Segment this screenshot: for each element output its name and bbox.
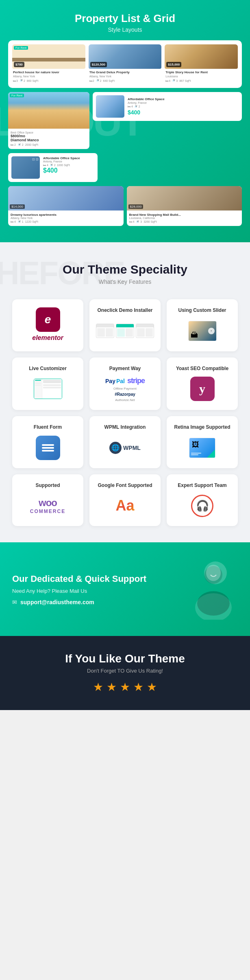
features-grid: e elementor Oneclick Demo Installer: [12, 299, 238, 526]
feature-payment-way: Payment Way PayPal stripe Offline Paymen…: [89, 357, 161, 410]
property-card-2[interactable]: $120,500 The Grand Delux Property Albany…: [89, 44, 162, 84]
demo-box-3: [136, 324, 154, 338]
card-3-meta: 🛏 4 🚿 3 867 SqFt: [165, 79, 237, 82]
mall-card[interactable]: $28,000 Brand New Shopping Mall Build...…: [127, 186, 242, 226]
razorpay-logo: #Razorpay: [115, 392, 135, 397]
woocommerce-logo: woo COMMERCE: [30, 497, 65, 514]
support-email: support@radiustheme.com: [20, 599, 94, 605]
demo-box-1: [96, 324, 114, 338]
elementor-icon-area: e elementor: [18, 307, 77, 342]
property-card-1-image: For Rent $780: [12, 44, 85, 69]
price-badge-3: $15,000: [166, 62, 181, 67]
affordable-office-card[interactable]: ⊡ ⊡ Affordable Office Space Antony, Fran…: [8, 153, 98, 182]
support-content: Our Dedicated & Quick Support Need Any H…: [12, 573, 148, 606]
wpml-icon-area: 🌐 WPML: [96, 436, 154, 460]
hero-section: LAYOUT Property List & Grid Style Layout…: [0, 0, 250, 242]
yoast-icon-area: y: [173, 377, 232, 401]
card-2-meta: 🛏 2 🚿 2 640 SqFt: [89, 79, 161, 82]
woocommerce-icon-area: woo COMMERCE: [18, 493, 77, 518]
envelope-icon: ✉: [12, 599, 17, 605]
retina-title: Retina Image Supported: [173, 424, 232, 431]
stripe-logo: stripe: [127, 377, 145, 385]
payment-icon-area: PayPal stripe Offline Payment #Razorpay …: [96, 377, 154, 402]
headset-icon-circle: 🎧: [191, 495, 213, 517]
woo-commerce-text: COMMERCE: [30, 509, 65, 514]
customizer-preview: [34, 379, 62, 399]
custom-slider-title: Using Custom Slider: [173, 307, 232, 314]
fluent-form-icon-area: [18, 436, 77, 460]
star-1: ★: [93, 680, 103, 694]
feature-woocommerce: Supported woo COMMERCE: [12, 474, 83, 526]
google-font-title: Google Font Supported: [96, 482, 154, 489]
speciality-title: Our Theme Speciality: [12, 263, 238, 276]
speciality-section: HEFORE Our Theme Speciality What's Key F…: [0, 242, 250, 542]
elementor-label: elementor: [32, 334, 63, 342]
speciality-subtitle: What's Key Features: [12, 278, 238, 285]
card-2-title: The Grand Delux Property: [89, 70, 161, 74]
feature-wpml: WPML Integration 🌐 WPML: [89, 416, 161, 468]
retina-icon-area: 🖼: [173, 436, 232, 460]
expert-support-icon-area: 🎧: [173, 493, 232, 518]
hero-title: Property List & Grid: [8, 12, 242, 25]
support-desc: Need Any Help? Please Mail Us: [12, 588, 148, 594]
mall-card-image: $28,000: [127, 186, 242, 210]
image-icon: 🏔: [191, 331, 198, 340]
feature-demo-installer: Oneclick Demo Installer: [89, 299, 161, 351]
hero-subtitle: Style Layouts: [8, 26, 242, 33]
support-person-illustration: [157, 559, 238, 620]
woo-text: woo: [39, 497, 57, 509]
live-customizer-title: Live Customizer: [18, 366, 77, 372]
property-large-card[interactable]: For Rent Best Office Space $800/mo Diamo…: [8, 92, 89, 149]
property-card-2-image: $120,500: [89, 44, 162, 69]
live-customizer-icon-area: [18, 377, 77, 401]
demo-installer-icon-area: [96, 319, 154, 343]
feature-yoast-seo: Yoast SEO Compatible y: [167, 357, 238, 410]
stars-row: ★ ★ ★ ★ ★: [12, 680, 238, 694]
for-rent-badge: For Rent: [14, 46, 28, 50]
custom-slider-icon-area: › 🏔: [173, 319, 232, 343]
feature-custom-slider: Using Custom Slider › 🏔: [167, 299, 238, 351]
feature-expert-support: Expert Support Team 🎧: [167, 474, 238, 526]
large-card-image: For Rent: [8, 92, 89, 129]
card-1-location: Albany, New York: [13, 75, 85, 78]
feature-elementor: e elementor: [12, 299, 83, 351]
wpml-circle: 🌐: [109, 442, 122, 454]
star-4: ★: [133, 680, 143, 694]
demo-box-2: [116, 324, 134, 338]
bottom-2-cards: $14,000 Dreamy luxurious apartments Alba…: [8, 186, 242, 226]
feature-retina: Retina Image Supported 🖼: [167, 416, 238, 468]
person-svg: [157, 559, 238, 620]
property-card-1[interactable]: For Rent $780 Perfect house for nature l…: [12, 44, 85, 84]
sm-card-1-image: [96, 95, 124, 118]
fluent-icon: [36, 436, 60, 460]
yoast-icon: y: [190, 377, 215, 401]
elementor-icon: e: [36, 307, 60, 332]
card-3-location: Louisiana: [165, 75, 237, 78]
card-1-title: Perfect house for nature lover: [13, 70, 85, 74]
property-card-3[interactable]: $15,000 Triple Story House for Rent Loui…: [165, 44, 238, 84]
google-font-icon-area: Aa: [96, 493, 154, 518]
demo-installer-title: Oneclick Demo Installer: [96, 307, 154, 314]
property-sm-card-1[interactable]: Affordable Office Space Antony, France 🛏…: [93, 92, 242, 121]
headset-icon: 🎧: [196, 500, 209, 512]
star-2: ★: [107, 680, 117, 694]
woocommerce-supported-title: Supported: [18, 482, 77, 489]
font-aa-icon: Aa: [115, 497, 134, 514]
card-1-meta: 🛏 3 🚿 2 860 SqFt: [13, 79, 85, 82]
star-3: ★: [120, 680, 130, 694]
slider-arrow-icon: ›: [208, 328, 215, 334]
payment-logos: PayPal stripe Offline Payment #Razorpay …: [105, 377, 145, 402]
feature-live-customizer: Live Customizer: [12, 357, 83, 410]
expert-support-title: Expert Support Team: [173, 482, 232, 489]
feature-google-font: Google Font Supported Aa: [89, 474, 161, 526]
rating-title: If You Like Our Theme: [12, 652, 238, 665]
support-title: Our Dedicated & Quick Support: [12, 573, 148, 585]
rating-section: If You Like Our Theme Don't Forget TO Gi…: [0, 636, 250, 710]
luxury-card[interactable]: $14,000 Dreamy luxurious apartments Alba…: [8, 186, 124, 226]
svg-point-3: [206, 565, 221, 581]
property-bottom-row: For Rent Best Office Space $800/mo Diamo…: [8, 92, 242, 149]
wpml-title: WPML Integration: [96, 424, 154, 431]
star-5: ★: [147, 680, 157, 694]
retina-preview: 🖼: [189, 438, 215, 458]
offline-payment-label: Offline Payment: [113, 387, 137, 390]
